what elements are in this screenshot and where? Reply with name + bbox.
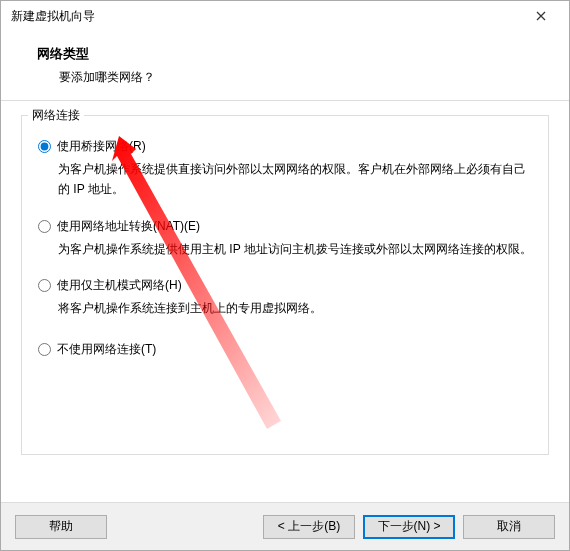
option-bridged: 使用桥接网络(R) 为客户机操作系统提供直接访问外部以太网网络的权限。客户机在外… bbox=[36, 138, 534, 200]
option-bridged-desc: 为客户机操作系统提供直接访问外部以太网网络的权限。客户机在外部网络上必须有自己的… bbox=[58, 159, 534, 200]
back-button[interactable]: < 上一步(B) bbox=[263, 515, 355, 539]
radio-hostonly[interactable] bbox=[38, 279, 51, 292]
close-icon bbox=[536, 8, 546, 24]
wizard-footer: 帮助 < 上一步(B) 下一步(N) > 取消 bbox=[1, 502, 569, 550]
radio-nat-label[interactable]: 使用网络地址转换(NAT)(E) bbox=[57, 218, 200, 235]
network-connection-group: 网络连接 使用桥接网络(R) 为客户机操作系统提供直接访问外部以太网网络的权限。… bbox=[21, 115, 549, 455]
close-button[interactable] bbox=[521, 2, 561, 30]
group-legend: 网络连接 bbox=[28, 107, 84, 124]
radio-bridged[interactable] bbox=[38, 140, 51, 153]
titlebar: 新建虚拟机向导 bbox=[1, 1, 569, 31]
wizard-body: 网络连接 使用桥接网络(R) 为客户机操作系统提供直接访问外部以太网网络的权限。… bbox=[1, 101, 569, 495]
radio-bridged-label[interactable]: 使用桥接网络(R) bbox=[57, 138, 146, 155]
option-none: 不使用网络连接(T) bbox=[36, 341, 534, 358]
wizard-header: 网络类型 要添加哪类网络？ bbox=[1, 31, 569, 101]
radio-nat[interactable] bbox=[38, 220, 51, 233]
next-button[interactable]: 下一步(N) > bbox=[363, 515, 455, 539]
radio-none-label[interactable]: 不使用网络连接(T) bbox=[57, 341, 156, 358]
option-hostonly-desc: 将客户机操作系统连接到主机上的专用虚拟网络。 bbox=[58, 298, 534, 318]
option-nat-desc: 为客户机操作系统提供使用主机 IP 地址访问主机拨号连接或外部以太网网络连接的权… bbox=[58, 239, 534, 259]
page-title: 网络类型 bbox=[37, 45, 545, 63]
radio-none[interactable] bbox=[38, 343, 51, 356]
page-subtitle: 要添加哪类网络？ bbox=[37, 69, 545, 86]
help-button[interactable]: 帮助 bbox=[15, 515, 107, 539]
radio-hostonly-label[interactable]: 使用仅主机模式网络(H) bbox=[57, 277, 182, 294]
cancel-button[interactable]: 取消 bbox=[463, 515, 555, 539]
option-nat: 使用网络地址转换(NAT)(E) 为客户机操作系统提供使用主机 IP 地址访问主… bbox=[36, 218, 534, 259]
option-hostonly: 使用仅主机模式网络(H) 将客户机操作系统连接到主机上的专用虚拟网络。 bbox=[36, 277, 534, 318]
window-title: 新建虚拟机向导 bbox=[11, 8, 521, 25]
